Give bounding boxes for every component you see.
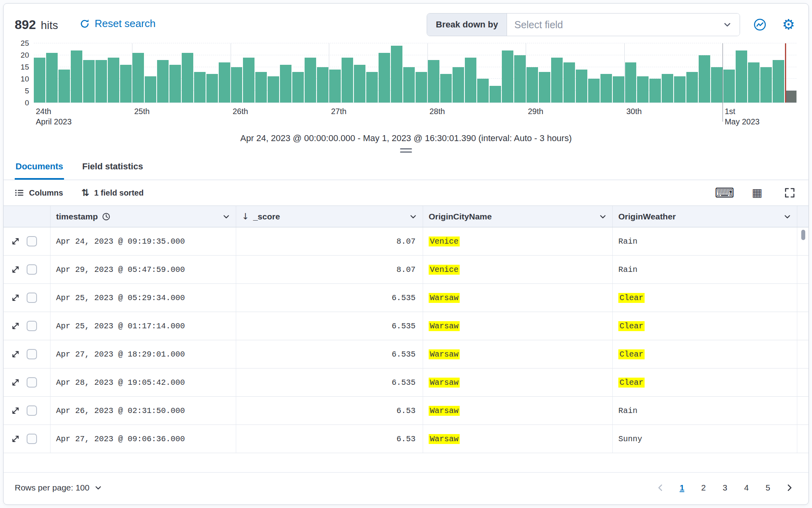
histogram-bar[interactable]: [514, 55, 526, 103]
expand-row-button[interactable]: [10, 349, 21, 360]
timestamp-cell[interactable]: Apr 28, 2023 @ 19:05:42.000: [51, 368, 236, 396]
page-button-2[interactable]: 2: [695, 480, 711, 496]
score-cell[interactable]: 6.535: [236, 368, 423, 396]
timestamp-cell[interactable]: Apr 27, 2023 @ 18:29:01.000: [51, 340, 236, 368]
chevron-down-icon[interactable]: [222, 213, 230, 221]
histogram-bar[interactable]: [108, 58, 119, 103]
histogram-bar[interactable]: [46, 53, 58, 103]
histogram-bar[interactable]: [379, 53, 390, 103]
row-checkbox[interactable]: [27, 264, 37, 275]
expand-row-button[interactable]: [10, 292, 21, 303]
histogram-bar[interactable]: [194, 72, 206, 103]
score-cell[interactable]: 6.53: [236, 425, 423, 453]
histogram-bar[interactable]: [305, 58, 316, 103]
origin-city-cell[interactable]: Venice: [423, 227, 613, 255]
header-cell-score[interactable]: ↓ _score: [236, 206, 423, 227]
histogram-bar[interactable]: [674, 76, 686, 103]
histogram-bar[interactable]: [206, 74, 218, 103]
histogram-bar[interactable]: [526, 67, 538, 103]
histogram-bar[interactable]: [403, 67, 415, 103]
histogram-bar[interactable]: [662, 74, 673, 103]
score-cell[interactable]: 6.535: [236, 340, 423, 368]
panel-resize-handle[interactable]: [4, 143, 808, 155]
origin-weather-cell[interactable]: Rain: [613, 397, 797, 425]
histogram-bar[interactable]: [231, 67, 243, 103]
origin-weather-cell[interactable]: Clear: [613, 312, 797, 340]
histogram-bar[interactable]: [58, 70, 70, 103]
tab-field-statistics[interactable]: Field statistics: [82, 157, 144, 180]
histogram-bar[interactable]: [34, 58, 45, 103]
page-button-1[interactable]: 1: [674, 480, 690, 496]
histogram-bar[interactable]: [243, 58, 254, 103]
histogram-bar[interactable]: [785, 91, 796, 103]
histogram-bar[interactable]: [83, 60, 95, 103]
row-checkbox[interactable]: [27, 377, 37, 388]
chart-options-button[interactable]: ⚙: [780, 16, 797, 33]
score-cell[interactable]: 6.53: [236, 397, 423, 425]
edit-visualization-button[interactable]: [751, 16, 769, 33]
histogram-bar[interactable]: [576, 70, 587, 103]
row-checkbox[interactable]: [27, 405, 37, 416]
histogram-bar[interactable]: [465, 58, 476, 103]
score-cell[interactable]: 8.07: [236, 227, 423, 255]
histogram-bar[interactable]: [453, 67, 464, 103]
histogram-bar[interactable]: [699, 55, 710, 103]
histogram-bar[interactable]: [391, 46, 402, 103]
origin-weather-cell[interactable]: Rain: [613, 227, 797, 255]
score-cell[interactable]: 6.535: [236, 312, 423, 340]
histogram-bar[interactable]: [539, 72, 550, 103]
histogram-bar[interactable]: [120, 65, 132, 103]
origin-city-cell[interactable]: Warsaw: [423, 312, 613, 340]
row-checkbox[interactable]: [27, 236, 37, 246]
histogram-bar[interactable]: [416, 72, 427, 103]
previous-page-button[interactable]: [653, 480, 668, 496]
reset-search-button[interactable]: Reset search: [80, 17, 155, 30]
histogram-bar[interactable]: [588, 79, 600, 103]
page-button-5[interactable]: 5: [760, 480, 776, 496]
histogram-bar[interactable]: [342, 58, 353, 103]
page-button-4[interactable]: 4: [738, 480, 754, 496]
histogram-bar[interactable]: [748, 62, 760, 103]
histogram-bar[interactable]: [502, 50, 513, 103]
timestamp-cell[interactable]: Apr 27, 2023 @ 09:06:36.000: [51, 425, 236, 453]
histogram-bar[interactable]: [71, 50, 82, 103]
origin-city-cell[interactable]: Warsaw: [423, 368, 613, 396]
histogram-bar[interactable]: [736, 50, 747, 103]
origin-weather-cell[interactable]: Sunny: [613, 425, 797, 453]
keyboard-shortcuts-button[interactable]: ⌨: [717, 186, 732, 200]
origin-weather-cell[interactable]: Clear: [613, 368, 797, 396]
histogram-bar[interactable]: [219, 62, 230, 103]
vertical-scrollbar-thumb[interactable]: [801, 230, 805, 240]
next-page-button[interactable]: [781, 480, 797, 496]
origin-weather-cell[interactable]: Clear: [613, 340, 797, 368]
histogram-bar[interactable]: [773, 60, 784, 103]
histogram-bar[interactable]: [292, 72, 304, 103]
histogram-bar[interactable]: [169, 65, 181, 103]
origin-city-cell[interactable]: Warsaw: [423, 340, 613, 368]
expand-row-button[interactable]: [10, 236, 21, 247]
row-checkbox[interactable]: [27, 293, 37, 303]
histogram-bar[interactable]: [649, 79, 661, 103]
sort-fields-button[interactable]: ⇅ 1 field sorted: [82, 188, 144, 198]
origin-city-cell[interactable]: Warsaw: [423, 284, 613, 312]
expand-row-button[interactable]: [10, 377, 21, 388]
score-cell[interactable]: 6.535: [236, 284, 423, 312]
origin-weather-cell[interactable]: Clear: [613, 284, 797, 312]
histogram-bar[interactable]: [477, 79, 489, 103]
histogram-bar[interactable]: [551, 58, 563, 103]
histogram-bar[interactable]: [145, 76, 156, 103]
columns-button[interactable]: Columns: [15, 188, 63, 198]
histogram-bar[interactable]: [132, 53, 144, 103]
histogram-bar[interactable]: [366, 72, 378, 103]
origin-weather-cell[interactable]: Rain: [613, 256, 797, 283]
tab-documents[interactable]: Documents: [15, 157, 64, 180]
expand-row-button[interactable]: [10, 320, 21, 332]
timestamp-cell[interactable]: Apr 29, 2023 @ 05:47:59.000: [51, 256, 236, 283]
timestamp-cell[interactable]: Apr 24, 2023 @ 09:19:35.000: [51, 227, 236, 255]
score-cell[interactable]: 8.07: [236, 256, 423, 283]
histogram-bar[interactable]: [280, 65, 291, 103]
histogram-bar[interactable]: [157, 60, 169, 103]
histogram-bar[interactable]: [625, 62, 637, 103]
histogram-bar[interactable]: [268, 76, 279, 103]
page-button-3[interactable]: 3: [717, 480, 733, 496]
